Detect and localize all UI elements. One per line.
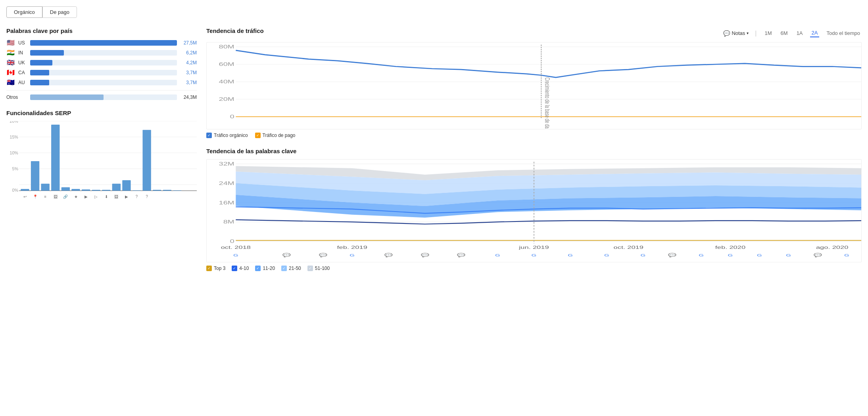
bar-track-in — [30, 50, 177, 56]
value-us: 27,5M — [180, 40, 197, 46]
svg-text:24M: 24M — [219, 181, 234, 186]
legend-organic: ✓ Tráfico orgánico — [206, 133, 248, 138]
svg-rect-13 — [41, 184, 49, 191]
svg-text:?: ? — [136, 195, 138, 199]
notes-icon: 💬 — [723, 30, 730, 37]
svg-text:20M: 20M — [219, 96, 234, 102]
svg-text:▶: ▶ — [84, 195, 88, 199]
bar-track-au — [30, 80, 177, 85]
tab-depago[interactable]: De pago — [42, 6, 77, 18]
kw-legend-top3: ✓ Top 3 — [206, 266, 225, 271]
time-1a[interactable]: 1A — [795, 29, 805, 37]
kw-label-51-100: 51-100 — [315, 266, 330, 271]
svg-text:🖼: 🖼 — [54, 195, 58, 199]
kw-legend-4-10: ✓ 4-10 — [232, 266, 249, 271]
svg-rect-24 — [153, 190, 161, 191]
right-panel: Tendencia de tráfico 💬 Notas ▾ | 1M 6M 1… — [206, 27, 862, 271]
svg-text:jun. 2019: jun. 2019 — [518, 245, 549, 250]
legend-paid-label: Tráfico de pago — [263, 133, 296, 138]
svg-text:20%: 20% — [10, 121, 19, 123]
svg-text:G: G — [844, 253, 849, 257]
svg-text:8M: 8M — [223, 220, 234, 225]
svg-rect-22 — [133, 190, 141, 191]
flag-us: 🇺🇸 — [6, 39, 15, 46]
serp-title: Funcionalidades SERP — [6, 110, 197, 116]
svg-text:0%: 0% — [12, 188, 18, 193]
legend-organic-label: Tráfico orgánico — [214, 133, 248, 138]
svg-text:16M: 16M — [219, 200, 234, 206]
svg-text:G: G — [728, 253, 733, 257]
time-2a[interactable]: 2A — [810, 29, 820, 37]
kw-legend-21-50: ✓ 21-50 — [281, 266, 301, 271]
code-au: AU — [18, 80, 27, 85]
kw-label-4-10: 4-10 — [239, 266, 249, 271]
kw-check-21-50: ✓ — [281, 266, 287, 271]
bar-fill-uk — [30, 60, 52, 65]
traffic-trend-title: Tendencia de tráfico — [206, 27, 264, 34]
svg-text:💬: 💬 — [421, 252, 429, 257]
kw-check-4-10: ✓ — [232, 266, 237, 271]
notes-label: Notas — [732, 30, 745, 36]
legend-organic-check: ✓ — [206, 133, 212, 138]
bar-fill-in — [30, 50, 64, 56]
svg-text:↩: ↩ — [23, 195, 27, 199]
others-row: Otros 24,3M — [6, 90, 197, 100]
svg-text:🖼: 🖼 — [114, 195, 118, 199]
svg-text:32M: 32M — [219, 161, 234, 167]
svg-text:💬: 💬 — [668, 252, 676, 257]
kw-legend: ✓ Top 3 ✓ 4-10 ✓ 11-20 ✓ 21-50 ✓ 51-10 — [206, 266, 862, 271]
svg-text:G: G — [757, 253, 762, 257]
flag-au: 🇦🇺 — [6, 79, 15, 86]
value-in: 6,2M — [180, 50, 197, 56]
svg-text:G: G — [786, 253, 791, 257]
kw-label-21-50: 21-50 — [289, 266, 301, 271]
bar-track-us — [30, 40, 177, 46]
notes-button[interactable]: 💬 Notas ▾ — [723, 30, 749, 37]
svg-text:oct. 2019: oct. 2019 — [614, 245, 643, 250]
svg-rect-14 — [51, 125, 60, 191]
svg-text:G: G — [350, 253, 355, 257]
bar-track-ca — [30, 70, 177, 75]
svg-text:G: G — [699, 253, 704, 257]
svg-text:★: ★ — [74, 195, 78, 199]
svg-text:⬇: ⬇ — [105, 195, 108, 199]
time-1m[interactable]: 1M — [763, 29, 774, 37]
svg-rect-17 — [82, 189, 90, 191]
value-uk: 4,2M — [180, 60, 197, 65]
svg-text:G: G — [532, 253, 537, 257]
svg-rect-21 — [122, 180, 131, 191]
time-6m[interactable]: 6M — [779, 29, 789, 37]
svg-rect-20 — [112, 184, 121, 191]
svg-text:60M: 60M — [219, 62, 234, 67]
svg-rect-26 — [173, 190, 181, 191]
traffic-header: Tendencia de tráfico 💬 Notas ▾ | 1M 6M 1… — [206, 27, 862, 39]
svg-text:💬: 💬 — [814, 252, 822, 257]
svg-text:oct. 2018: oct. 2018 — [221, 245, 251, 250]
svg-text:💬: 💬 — [457, 252, 465, 257]
svg-text:feb. 2019: feb. 2019 — [337, 245, 367, 250]
others-value: 24,3M — [180, 94, 197, 100]
svg-text:80M: 80M — [219, 44, 234, 50]
svg-text:G: G — [233, 253, 238, 257]
tab-organico[interactable]: Orgánico — [6, 6, 42, 18]
traffic-trend-section: Tendencia de tráfico 💬 Notas ▾ | 1M 6M 1… — [206, 27, 862, 138]
svg-text:G: G — [641, 253, 646, 257]
svg-rect-11 — [21, 189, 29, 191]
serp-features: Funcionalidades SERP 20% 15% 10% 5% 0% — [6, 110, 197, 200]
svg-text:40M: 40M — [219, 79, 234, 85]
svg-text:10%: 10% — [10, 150, 19, 155]
time-all[interactable]: Todo el tiempo — [825, 29, 862, 37]
flag-in: 🇮🇳 — [6, 49, 15, 56]
bar-fill-ca — [30, 70, 49, 75]
svg-text:?: ? — [146, 195, 148, 199]
kw-check-11-20: ✓ — [255, 266, 261, 271]
time-filters: 1M 6M 1A 2A Todo el tiempo — [763, 29, 862, 37]
bar-fill-au — [30, 80, 49, 85]
kw-check-51-100: ✓ — [307, 266, 313, 271]
svg-rect-18 — [92, 190, 100, 191]
svg-text:15%: 15% — [10, 135, 19, 139]
value-au: 3,7M — [180, 80, 197, 85]
code-ca: CA — [18, 70, 27, 75]
tab-bar: Orgánico De pago — [6, 6, 862, 18]
kw-chart-svg: 32M 24M 16M 8M 0 — [207, 160, 861, 263]
